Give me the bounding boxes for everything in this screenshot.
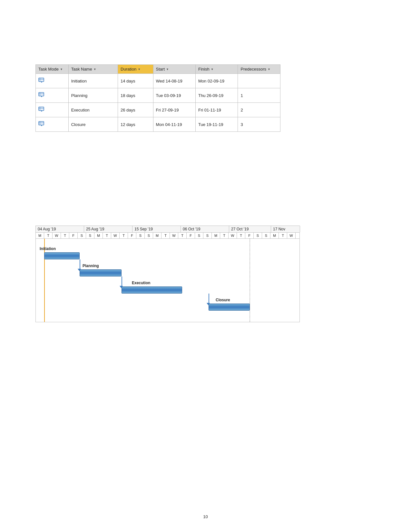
task-mode-icon — [38, 121, 45, 128]
finish-cell: Mon 02-09-19 — [196, 74, 238, 88]
gantt-day-cell: S — [78, 233, 86, 238]
gantt-month-cell: 17 Nov — [271, 226, 300, 232]
predecessors-cell: 1 — [238, 88, 280, 103]
th-task-name-label: Task Name — [71, 67, 92, 72]
th-duration-label: Duration — [121, 67, 136, 72]
th-duration[interactable]: Duration ▼ — [118, 65, 153, 74]
duration-cell: 18 days — [118, 88, 153, 103]
start-cell: Wed 14-08-19 — [153, 74, 195, 88]
gantt-day-cell: M — [94, 233, 103, 238]
predecessors-cell — [238, 74, 280, 88]
th-duration-arrow[interactable]: ▼ — [138, 68, 141, 71]
task-mode-cell — [36, 88, 69, 103]
gantt-day-cell: S — [262, 233, 270, 238]
gantt-bar-label: Initiation — [40, 247, 56, 251]
start-cell: Tue 03-09-19 — [153, 88, 195, 103]
gantt-day-cell: W — [111, 233, 120, 238]
table-row: Execution 26 days Fri 27-09-19 Fri 01-11… — [36, 103, 280, 117]
task-table-section: Task Mode ▼ Task Name ▼ Duration ▼ — [35, 64, 280, 132]
gantt-day-cell: W — [229, 233, 237, 238]
start-cell: Mon 04-11-19 — [153, 117, 195, 132]
project-start-line — [44, 239, 45, 322]
gantt-day-cell: F — [69, 233, 78, 238]
gantt-day-cell: T — [279, 233, 287, 238]
th-task-mode-arrow[interactable]: ▼ — [60, 68, 63, 71]
task-name-cell: Closure — [68, 117, 118, 132]
gantt-day-cell: S — [203, 233, 212, 238]
gantt-day-cell: F — [187, 233, 195, 238]
gantt-day-cell: T — [161, 233, 170, 238]
table-row: Planning 18 days Tue 03-09-19 Thu 26-09-… — [36, 88, 280, 103]
gantt-bar-label: Execution — [132, 281, 150, 285]
gantt-chart-section: 04 Aug '1925 Aug '1915 Sep '1906 Oct '19… — [35, 226, 300, 322]
gantt-day-cell: M — [212, 233, 220, 238]
gantt-month-cell: 04 Aug '19 — [36, 226, 84, 232]
predecessors-cell: 3 — [238, 117, 280, 132]
th-finish-arrow[interactable]: ▼ — [211, 68, 214, 71]
th-task-name[interactable]: Task Name ▼ — [68, 65, 118, 74]
task-mode-icon — [38, 106, 45, 114]
gantt-day-cell: M — [36, 233, 44, 238]
gantt-bar — [122, 286, 182, 294]
task-mode-cell — [36, 103, 69, 117]
task-mode-cell — [36, 74, 69, 88]
gantt-day-cell: F — [128, 233, 136, 238]
connector-line — [209, 294, 209, 304]
gantt-month-cell: 15 Sep '19 — [132, 226, 181, 232]
finish-cell: Thu 26-09-19 — [196, 88, 238, 103]
gantt-month-cell: 06 Oct '19 — [181, 226, 229, 232]
th-predecessors-arrow[interactable]: ▼ — [268, 68, 270, 71]
th-task-mode[interactable]: Task Mode ▼ — [36, 65, 69, 74]
connector-arrow — [78, 269, 81, 271]
gantt-day-cell: W — [170, 233, 178, 238]
gantt-day-cell: T — [61, 233, 69, 238]
gantt-day-cell: W — [53, 233, 61, 238]
table-row: Initiation 14 days Wed 14-08-19 Mon 02-0… — [36, 74, 280, 88]
gantt-table: Task Mode ▼ Task Name ▼ Duration ▼ — [35, 64, 280, 132]
th-task-name-arrow[interactable]: ▼ — [93, 68, 96, 71]
gantt-day-cell: T — [120, 233, 128, 238]
gantt-bar — [80, 269, 122, 276]
gantt-month-cell: 27 Oct '19 — [229, 226, 271, 232]
gantt-day-cell: T — [178, 233, 187, 238]
gantt-bar — [209, 304, 250, 311]
gantt-day-cell: T — [44, 233, 53, 238]
finish-cell: Fri 01-11-19 — [196, 103, 238, 117]
gantt-bar-label: Closure — [216, 298, 230, 302]
gantt-month-cell: 25 Aug '19 — [84, 226, 132, 232]
task-name-cell: Initiation — [68, 74, 118, 88]
gantt-day-cell: T — [220, 233, 229, 238]
gantt-month-header: 04 Aug '1925 Aug '1915 Sep '1906 Oct '19… — [35, 226, 300, 232]
task-mode-icon — [38, 92, 45, 99]
gantt-day-cell: T — [237, 233, 245, 238]
gantt-day-cell: M — [153, 233, 161, 238]
gantt-day-cell: S — [254, 233, 262, 238]
gantt-day-cell: W — [287, 233, 296, 238]
gantt-day-cell: M — [270, 233, 279, 238]
connector-line — [80, 259, 80, 269]
gantt-day-cell: S — [195, 233, 203, 238]
svg-rect-3 — [39, 92, 44, 96]
table-row: Closure 12 days Mon 04-11-19 Tue 19-11-1… — [36, 117, 280, 132]
connector-arrow — [207, 303, 210, 305]
th-start-label: Start — [156, 67, 165, 72]
th-predecessors-label: Predecessors — [240, 67, 266, 72]
page-number: 10 — [203, 514, 208, 519]
th-start[interactable]: Start ▼ — [153, 65, 195, 74]
gantt-bar — [44, 252, 80, 259]
gantt-day-cell: T — [103, 233, 111, 238]
duration-cell: 26 days — [118, 103, 153, 117]
task-name-cell: Execution — [68, 103, 118, 117]
th-start-arrow[interactable]: ▼ — [166, 68, 169, 71]
task-mode-cell — [36, 117, 69, 132]
gantt-body: InitiationPlanningExecutionClosure — [35, 238, 300, 322]
svg-rect-9 — [39, 121, 44, 125]
predecessors-cell: 2 — [238, 103, 280, 117]
th-task-mode-label: Task Mode — [38, 67, 59, 72]
th-predecessors[interactable]: Predecessors ▼ — [238, 65, 280, 74]
duration-cell: 12 days — [118, 117, 153, 132]
gantt-day-cell: S — [136, 233, 145, 238]
th-finish[interactable]: Finish ▼ — [196, 65, 238, 74]
task-name-cell: Planning — [68, 88, 118, 103]
finish-cell: Tue 19-11-19 — [196, 117, 238, 132]
